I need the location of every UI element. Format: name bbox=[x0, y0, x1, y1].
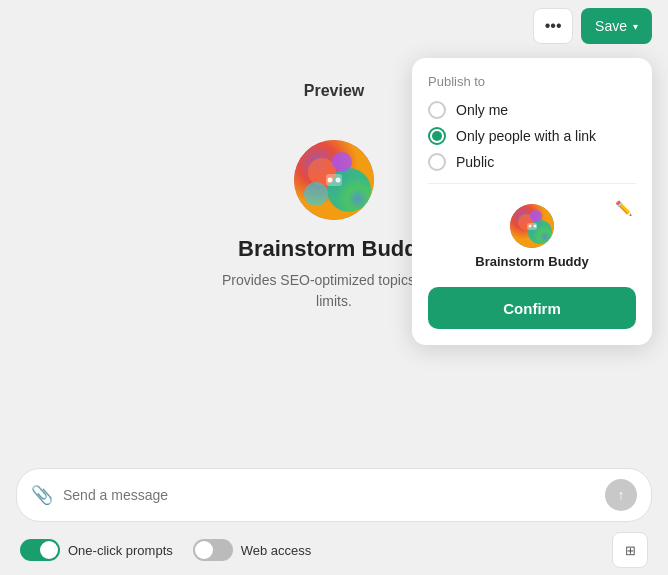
svg-point-4 bbox=[304, 182, 328, 206]
toggle-group-web: Web access bbox=[193, 539, 312, 561]
radio-only-link[interactable]: Only people with a link bbox=[428, 127, 636, 145]
bot-name-mini: Brainstorm Buddy bbox=[475, 254, 588, 269]
send-icon: ↑ bbox=[618, 487, 625, 503]
bot-name: Brainstorm Buddy bbox=[238, 236, 430, 262]
radio-label-public: Public bbox=[456, 154, 494, 170]
one-click-prompts-toggle[interactable] bbox=[20, 539, 60, 561]
publish-dropdown: Publish to Only me Only people with a li… bbox=[412, 58, 652, 345]
radio-circle-only-me bbox=[428, 101, 446, 119]
radio-public[interactable]: Public bbox=[428, 153, 636, 171]
svg-point-7 bbox=[336, 178, 341, 183]
svg-point-11 bbox=[530, 210, 542, 222]
send-button[interactable]: ↑ bbox=[605, 479, 637, 511]
message-input[interactable] bbox=[63, 487, 595, 503]
save-label: Save bbox=[595, 18, 627, 34]
chevron-down-icon: ▾ bbox=[633, 21, 638, 32]
save-button[interactable]: Save ▾ bbox=[581, 8, 652, 44]
radio-label-only-link: Only people with a link bbox=[456, 128, 596, 144]
bottom-bar: 📎 ↑ One-click prompts Web access ⊞ bbox=[0, 460, 668, 575]
divider bbox=[428, 183, 636, 184]
confirm-button[interactable]: Confirm bbox=[428, 287, 636, 329]
more-button[interactable]: ••• bbox=[533, 8, 573, 44]
svg-point-14 bbox=[534, 225, 537, 228]
svg-point-6 bbox=[328, 178, 333, 183]
one-click-prompts-label: One-click prompts bbox=[68, 543, 173, 558]
bottom-toggles: One-click prompts Web access ⊞ bbox=[16, 532, 652, 568]
radio-circle-public bbox=[428, 153, 446, 171]
avatar-mini bbox=[510, 204, 554, 248]
radio-only-me[interactable]: Only me bbox=[428, 101, 636, 119]
radio-label-only-me: Only me bbox=[456, 102, 508, 118]
web-access-toggle[interactable] bbox=[193, 539, 233, 561]
bot-card-mini: ✏️ bbox=[428, 196, 636, 277]
edit-icon[interactable]: ✏️ bbox=[615, 200, 632, 216]
more-icon: ••• bbox=[545, 17, 562, 35]
header: ••• Save ▾ bbox=[0, 0, 668, 52]
filter-button[interactable]: ⊞ bbox=[612, 532, 648, 568]
attach-icon[interactable]: 📎 bbox=[31, 484, 53, 506]
svg-point-3 bbox=[332, 152, 352, 172]
radio-circle-only-link bbox=[428, 127, 446, 145]
svg-point-13 bbox=[529, 225, 532, 228]
filter-icon: ⊞ bbox=[625, 543, 636, 558]
toggle-group-prompts: One-click prompts bbox=[20, 539, 173, 561]
web-access-label: Web access bbox=[241, 543, 312, 558]
message-input-row: 📎 ↑ bbox=[16, 468, 652, 522]
preview-label: Preview bbox=[304, 82, 364, 100]
avatar bbox=[294, 140, 374, 220]
publish-title: Publish to bbox=[428, 74, 636, 89]
